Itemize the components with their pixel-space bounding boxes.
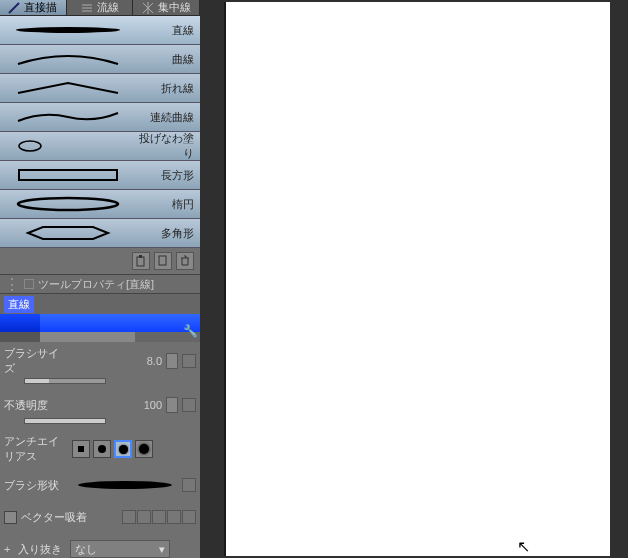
start-end-dropdown[interactable]: なし ▾ bbox=[70, 540, 170, 558]
tool-curve[interactable]: 曲線 bbox=[0, 45, 200, 74]
property-list: ブラシサイズ 8.0 不透明度 100 アンチエイリアス bbox=[0, 340, 200, 558]
snap-opt[interactable] bbox=[152, 510, 166, 524]
tool-preview bbox=[0, 219, 136, 247]
svg-point-10 bbox=[16, 27, 120, 33]
color-bar[interactable] bbox=[0, 314, 200, 332]
line-icon bbox=[8, 2, 20, 14]
prop-label: ブラシサイズ bbox=[4, 346, 68, 376]
svg-line-4 bbox=[143, 3, 148, 8]
tab-streamline[interactable]: 流線 bbox=[67, 0, 134, 15]
prop-label: 不透明度 bbox=[4, 398, 68, 413]
grip-icon: ⋮ bbox=[4, 275, 20, 294]
color-label: 直線 bbox=[4, 296, 34, 313]
svg-rect-14 bbox=[137, 257, 144, 266]
tab-focusline[interactable]: 集中線 bbox=[133, 0, 200, 15]
property-title: ツールプロパティ[直線] bbox=[38, 277, 154, 292]
tool-label: 楕円 bbox=[136, 197, 200, 212]
chevron-down-icon: ▾ bbox=[159, 543, 165, 556]
tool-label: 直線 bbox=[136, 23, 200, 38]
tool-straight-line[interactable]: 直線 bbox=[0, 16, 200, 45]
tab-label: 直接描 bbox=[24, 0, 57, 15]
subtool-tabs: 直接描 流線 集中線 bbox=[0, 0, 200, 16]
streamline-icon bbox=[81, 2, 93, 14]
prop-vector-snap: ベクター吸着 bbox=[4, 506, 196, 528]
prop-brush-size: ブラシサイズ 8.0 bbox=[4, 346, 196, 384]
tool-preview bbox=[0, 161, 136, 189]
tool-preview bbox=[0, 74, 136, 102]
svg-line-7 bbox=[148, 8, 153, 13]
tool-list: 直線 曲線 折れ線 連続曲線 投げなわ塗り 長方形 楕円 多角形 bbox=[0, 16, 200, 248]
aa-weak[interactable] bbox=[93, 440, 111, 458]
link-box[interactable] bbox=[182, 398, 196, 412]
spinner[interactable] bbox=[166, 397, 178, 413]
tool-rectangle[interactable]: 長方形 bbox=[0, 161, 200, 190]
tool-label: 多角形 bbox=[136, 226, 200, 241]
prop-start-end: + 入り抜き なし ▾ bbox=[4, 538, 196, 558]
brush-size-slider[interactable] bbox=[24, 378, 106, 384]
tab-label: 集中線 bbox=[158, 0, 191, 15]
collapse-icon[interactable] bbox=[24, 279, 34, 289]
canvas-area: ↖ bbox=[200, 0, 628, 558]
aa-strong[interactable] bbox=[135, 440, 153, 458]
tool-continuous-curve[interactable]: 連続曲線 bbox=[0, 103, 200, 132]
svg-point-17 bbox=[78, 481, 172, 489]
svg-rect-16 bbox=[159, 256, 166, 265]
brush-size-value[interactable]: 8.0 bbox=[128, 355, 162, 367]
prop-label: 入り抜き bbox=[18, 542, 66, 557]
antialias-options bbox=[72, 440, 153, 458]
snap-opt[interactable] bbox=[122, 510, 136, 524]
svg-rect-15 bbox=[139, 255, 142, 258]
tool-preview bbox=[0, 45, 136, 73]
aa-mid[interactable] bbox=[114, 440, 132, 458]
aa-none[interactable] bbox=[72, 440, 90, 458]
svg-line-5 bbox=[148, 3, 153, 8]
svg-point-11 bbox=[19, 141, 41, 151]
tool-label: 長方形 bbox=[136, 168, 200, 183]
brush-shape-preview[interactable] bbox=[76, 479, 174, 491]
svg-point-13 bbox=[18, 198, 118, 210]
opacity-value[interactable]: 100 bbox=[128, 399, 162, 411]
tool-label: 連続曲線 bbox=[136, 110, 200, 125]
prop-brush-shape: ブラシ形状 bbox=[4, 474, 196, 496]
link-box[interactable] bbox=[182, 354, 196, 368]
prop-label: ブラシ形状 bbox=[4, 478, 68, 493]
tool-label: 投げなわ塗り bbox=[136, 131, 200, 161]
tool-preview bbox=[0, 190, 136, 218]
new-button[interactable] bbox=[154, 252, 172, 270]
snap-opt[interactable] bbox=[137, 510, 151, 524]
opacity-slider[interactable] bbox=[24, 418, 106, 424]
svg-line-0 bbox=[9, 3, 19, 13]
tool-ellipse[interactable]: 楕円 bbox=[0, 190, 200, 219]
focusline-icon bbox=[142, 2, 154, 14]
prop-label: アンチエイリアス bbox=[4, 434, 68, 464]
snap-opt[interactable] bbox=[182, 510, 196, 524]
color-preview: 直線 🔧 bbox=[0, 294, 200, 340]
trash-button[interactable] bbox=[176, 252, 194, 270]
snap-mode-boxes bbox=[122, 510, 196, 524]
tool-preview bbox=[0, 16, 136, 44]
tab-direct-draw[interactable]: 直接描 bbox=[0, 0, 67, 15]
snap-opt[interactable] bbox=[167, 510, 181, 524]
tool-preview bbox=[0, 132, 136, 160]
tool-label: 曲線 bbox=[136, 52, 200, 67]
svg-line-6 bbox=[143, 8, 148, 13]
expand-icon[interactable]: + bbox=[4, 543, 14, 555]
wrench-icon[interactable]: 🔧 bbox=[183, 324, 198, 338]
tool-polygon[interactable]: 多角形 bbox=[0, 219, 200, 248]
tool-lasso-fill[interactable]: 投げなわ塗り bbox=[0, 132, 200, 161]
prop-opacity: 不透明度 100 bbox=[4, 394, 196, 424]
vector-snap-checkbox[interactable] bbox=[4, 511, 17, 524]
dropdown-value: なし bbox=[75, 542, 97, 557]
clipboard-button[interactable] bbox=[132, 252, 150, 270]
link-box[interactable] bbox=[182, 478, 196, 492]
tool-label: 折れ線 bbox=[136, 81, 200, 96]
spinner[interactable] bbox=[166, 353, 178, 369]
svg-rect-12 bbox=[19, 170, 117, 180]
prop-antialias: アンチエイリアス bbox=[4, 434, 196, 464]
canvas[interactable] bbox=[224, 2, 610, 556]
tool-polyline[interactable]: 折れ線 bbox=[0, 74, 200, 103]
prop-label: ベクター吸着 bbox=[21, 510, 87, 525]
tool-panel: 直接描 流線 集中線 直線 曲線 折れ線 連続曲線 投げなわ塗り bbox=[0, 0, 200, 558]
property-header: ⋮ ツールプロパティ[直線] bbox=[0, 274, 200, 294]
tab-label: 流線 bbox=[97, 0, 119, 15]
